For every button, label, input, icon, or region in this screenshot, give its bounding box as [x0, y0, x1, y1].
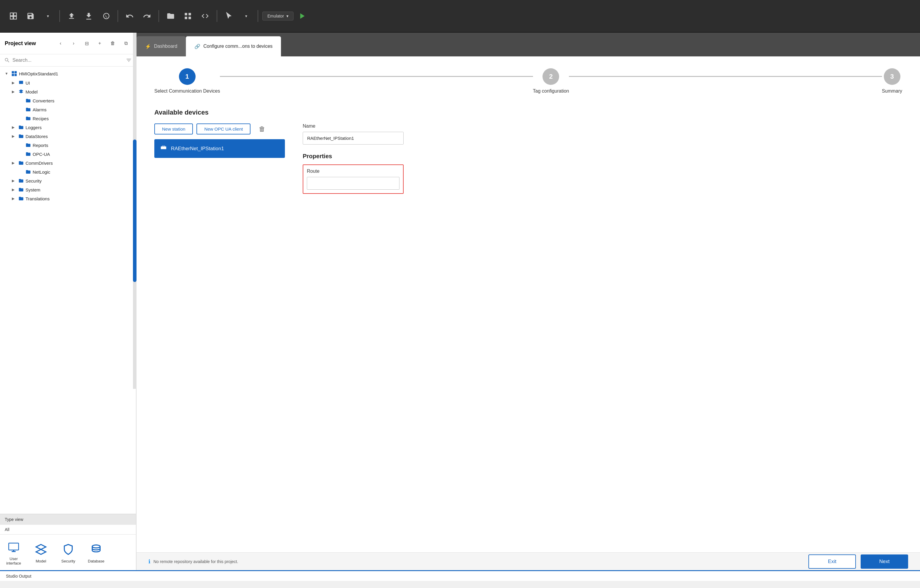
nav-expand-btn[interactable]: ⧉	[120, 38, 131, 49]
alarms-icon	[26, 107, 31, 112]
svg-rect-9	[19, 81, 23, 84]
studio-output-label: Studio Output	[6, 574, 31, 578]
sidebar-item-alarms[interactable]: ▶ Alarms	[0, 105, 136, 114]
datastores-icon	[18, 134, 24, 139]
device-name: RAEtherNet_IPStation1	[171, 146, 224, 152]
sidebar-item-converters[interactable]: ▶ Converters	[0, 96, 136, 105]
sidebar-item-model[interactable]: ▶ Model	[0, 87, 136, 96]
sep2	[118, 10, 118, 22]
model-bottom-icon	[33, 542, 49, 557]
sidebar-item-recipes[interactable]: ▶ Recipes	[0, 114, 136, 123]
security-bottom-label: Security	[62, 559, 75, 564]
name-label: Name	[303, 123, 415, 129]
loggers-label: Loggers	[26, 125, 42, 130]
step-2-number: 2	[549, 73, 552, 81]
pointer-dropdown[interactable]: ▾	[239, 9, 253, 23]
sidebar-item-security[interactable]: ▶ Security	[0, 176, 136, 185]
emulator-label: Emulator	[267, 14, 284, 18]
system-icon	[18, 187, 24, 192]
name-input[interactable]	[303, 132, 403, 144]
netlogic-label: NetLogic	[32, 170, 50, 175]
bottom-icon-security[interactable]: Security	[60, 542, 76, 564]
tab-dashboard[interactable]: ⚡ Dashboard	[136, 36, 186, 57]
ui-arrow: ▶	[12, 81, 16, 85]
undo-icon[interactable]	[122, 9, 137, 23]
toolbar: ▾ ▾ Emulator ▾	[0, 0, 920, 32]
code-icon[interactable]	[198, 9, 212, 23]
dashboard-tab-icon: ⚡	[145, 44, 151, 49]
properties-title: Properties	[303, 153, 415, 160]
ui-label: UI	[26, 81, 30, 86]
save-icon[interactable]	[23, 9, 38, 23]
svg-rect-8	[15, 74, 17, 76]
translations-icon	[18, 196, 24, 201]
sidebar-item-opc-ua[interactable]: ▶ OPC-UA	[0, 150, 136, 159]
emulator-selector[interactable]: Emulator ▾	[262, 11, 293, 21]
loggers-arrow: ▶	[12, 125, 16, 130]
reports-label: Reports	[32, 143, 49, 148]
search-input[interactable]	[13, 58, 123, 63]
filter-icon[interactable]	[126, 57, 132, 63]
info-text: No remote repository available for this …	[154, 559, 238, 564]
database-bottom-icon	[88, 542, 104, 557]
commdrivers-label: CommDrivers	[26, 160, 53, 165]
new-station-button[interactable]: New station	[154, 123, 193, 134]
upload-icon[interactable]	[64, 9, 79, 23]
sidebar-item-datastores[interactable]: ▶ DataStores	[0, 132, 136, 141]
sidebar-header: Project view ‹ › ⊟ + 🗑 ⧉	[0, 32, 136, 54]
sidebar-item-netlogic[interactable]: ▶ NetLogic	[0, 167, 136, 176]
sidebar-item-ui[interactable]: ▶ UI	[0, 78, 136, 87]
panels-icon[interactable]	[6, 9, 21, 23]
tree-root[interactable]: ▼ HMIOptixStandard1	[0, 69, 136, 78]
download-icon[interactable]	[81, 9, 96, 23]
loggers-icon	[18, 125, 24, 130]
pointer-icon[interactable]	[221, 9, 236, 23]
bottom-icon-model[interactable]: Model	[33, 542, 49, 564]
svg-rect-3	[14, 16, 16, 19]
search-bar	[0, 54, 136, 66]
root-icon	[11, 71, 17, 76]
security-icon	[18, 178, 24, 183]
svg-rect-14	[161, 146, 166, 149]
sidebar-item-reports[interactable]: ▶ Reports	[0, 141, 136, 150]
emulator-dropdown-icon: ▾	[287, 14, 288, 18]
sidebar-item-commdrivers[interactable]: ▶ CommDrivers	[0, 159, 136, 167]
step-3-circle: 3	[884, 68, 901, 85]
new-opc-ua-button[interactable]: New OPC UA client	[196, 123, 251, 134]
sidebar-item-system[interactable]: ▶ System	[0, 185, 136, 194]
route-label: Route	[307, 168, 400, 174]
reports-icon	[26, 143, 31, 148]
nav-back-btn[interactable]: ‹	[55, 38, 66, 49]
sidebar-item-loggers[interactable]: ▶ Loggers	[0, 123, 136, 132]
security-arrow: ▶	[12, 179, 16, 183]
save-dropdown-icon[interactable]: ▾	[40, 9, 55, 23]
folder-icon[interactable]	[163, 9, 178, 23]
step-1: 1 Select Communication Devices	[154, 68, 220, 94]
bottom-icon-ui[interactable]: Userinterface	[6, 539, 21, 565]
svg-rect-5	[12, 71, 14, 74]
system-label: System	[26, 187, 40, 192]
nav-delete-btn[interactable]: 🗑	[107, 38, 118, 49]
nav-add-btn[interactable]: +	[94, 38, 105, 49]
svg-marker-4	[300, 13, 305, 19]
redo-icon[interactable]	[139, 9, 154, 23]
step-3-label: Summary	[882, 89, 902, 94]
model-label: Model	[26, 89, 38, 94]
bottom-icon-database[interactable]: Database	[88, 542, 104, 564]
route-input[interactable]	[307, 177, 400, 190]
device-item-ra[interactable]: RAEtherNet_IPStation1	[154, 139, 285, 158]
tree-container: ▼ HMIOptixStandard1 ▶ UI ▶ Model ▶ Conve…	[0, 66, 136, 514]
play-button[interactable]	[296, 10, 308, 22]
tab-configure-comms[interactable]: 🔗 Configure comm...ons to devices	[186, 36, 281, 57]
step-2-circle: 2	[543, 68, 559, 85]
exit-button[interactable]: Exit	[808, 554, 856, 569]
history-icon[interactable]	[99, 9, 113, 23]
stepper: 1 Select Communication Devices 2 Tag con…	[154, 68, 902, 94]
sidebar-item-translations[interactable]: ▶ Translations	[0, 194, 136, 203]
delete-device-icon[interactable]: 🗑	[259, 125, 265, 133]
next-button[interactable]: Next	[861, 554, 908, 569]
nav-collapse-btn[interactable]: ⊟	[81, 38, 92, 49]
grid-icon[interactable]	[180, 9, 195, 23]
nav-forward-btn[interactable]: ›	[68, 38, 79, 49]
sidebar-scrollbar[interactable]	[133, 32, 136, 389]
